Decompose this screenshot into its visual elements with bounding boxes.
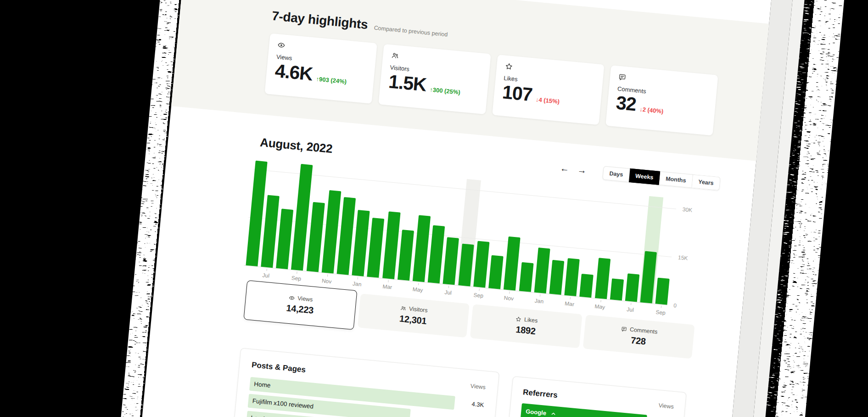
chart-bar[interactable] [382, 211, 400, 279]
summary-box-visitors[interactable]: Visitors 12,301 [357, 293, 469, 338]
chart-bar[interactable] [610, 278, 624, 301]
card-value: 32 [615, 93, 637, 114]
chart-bar[interactable] [321, 190, 341, 273]
chart-bar[interactable] [336, 197, 356, 275]
x-axis-tick-label: Jul [438, 288, 459, 297]
granularity-years-button[interactable]: Years [692, 175, 721, 191]
card-delta: ↓4 (15%) [535, 96, 560, 105]
summary-value: 12,301 [399, 313, 427, 326]
hover-period-band [457, 179, 481, 287]
chart-bar[interactable] [580, 274, 594, 298]
x-axis-tick-label: Sep [468, 291, 489, 299]
summary-label: Visitors [409, 305, 428, 314]
referrer-views-value: 6.2K [646, 415, 673, 417]
comment-icon [621, 326, 627, 332]
rotated-page-stack: 7-day highlights Compared to previous pe… [126, 0, 868, 417]
x-axis-tick [266, 269, 267, 271]
chart-bar[interactable] [367, 218, 385, 278]
star-icon [504, 62, 513, 71]
x-axis-tick [631, 303, 631, 305]
eye-icon [289, 294, 295, 301]
period-nav: ← → [560, 163, 587, 176]
comment-icon [618, 73, 627, 82]
next-period-button[interactable]: → [577, 164, 587, 176]
x-axis-tick-label: Jul [256, 271, 276, 280]
summary-box-views[interactable]: Views 14,223 [243, 280, 357, 330]
x-axis-tick-label: May [589, 303, 610, 311]
card-delta: ↑300 (25%) [430, 86, 461, 96]
chart-bar[interactable] [352, 210, 370, 276]
chart-bar[interactable] [261, 195, 280, 268]
summary-value: 728 [630, 335, 646, 347]
chart-bar[interactable] [504, 236, 521, 290]
granularity-months-button[interactable]: Months [659, 171, 693, 188]
y-axis-tick-label: 15K [678, 254, 689, 261]
summary-label: Likes [524, 316, 538, 324]
x-axis-tick-label: Mar [377, 283, 398, 291]
x-axis-tick [418, 283, 419, 285]
card-value: 107 [502, 82, 533, 105]
post-title: Land of fire and ice [251, 414, 304, 417]
x-axis-tick-label: Sep [650, 308, 671, 316]
chart-bar[interactable] [534, 248, 550, 293]
post-views-value: 4.3K [454, 396, 485, 412]
chevron-up-icon [550, 410, 556, 417]
summary-box-likes[interactable]: Likes 1892 [470, 304, 582, 348]
x-axis-tick [388, 280, 388, 282]
referrer-name: Google [526, 407, 547, 416]
highlight-card-visitors[interactable]: Visitors 1.5K ↑300 (25%) [378, 44, 491, 114]
chart-bar[interactable] [443, 237, 459, 285]
chart-bar[interactable] [640, 251, 657, 303]
highlight-card-views[interactable]: Views 4.6K ↑903 (24%) [264, 33, 377, 103]
granularity-weeks-button[interactable]: Weeks [629, 169, 661, 185]
granularity-toggle: DaysWeeksMonthsYears [602, 166, 721, 191]
chart-bar[interactable] [246, 161, 267, 266]
chart-bar[interactable] [549, 260, 564, 295]
granularity-days-button[interactable]: Days [602, 166, 630, 182]
chart-bar[interactable] [488, 255, 504, 289]
x-axis-tick-label: Nov [498, 294, 519, 302]
chart-bar[interactable] [306, 202, 325, 272]
highlight-card-likes[interactable]: Likes 107 ↓4 (15%) [492, 55, 605, 125]
x-axis-tick-label: Sep [286, 274, 307, 282]
summary-label: Views [297, 295, 313, 303]
x-axis-tick [600, 300, 601, 302]
chart-bar[interactable] [413, 215, 431, 282]
prev-period-button[interactable]: ← [560, 163, 570, 175]
chart-bar[interactable] [625, 273, 640, 302]
x-axis-tick-label: Jan [347, 280, 367, 288]
posts-pages-card: Posts & Pages Views Home 4.3KFujifilm x1… [222, 348, 500, 417]
chart-bar[interactable] [519, 262, 533, 292]
x-axis-tick-label: Jan [529, 297, 549, 305]
chart-bar[interactable] [398, 230, 414, 281]
visitors-icon [391, 51, 399, 60]
x-axis-tick-label: Nov [316, 277, 337, 285]
summary-box-comments[interactable]: Comments 728 [582, 315, 694, 359]
x-axis-tick [540, 294, 540, 297]
post-title: Fujifilm x100 reviewed [252, 397, 314, 410]
period-heading: August, 2022 [259, 135, 333, 156]
chart-bar[interactable] [276, 208, 293, 269]
card-delta: ↓2 (40%) [639, 106, 664, 115]
chart-bar[interactable] [564, 258, 579, 296]
chart-bar[interactable] [595, 258, 610, 299]
x-axis-tick-label: Mar [559, 300, 580, 308]
x-axis-tick-label: May [408, 286, 428, 294]
chart-bar[interactable] [655, 277, 670, 305]
summary-value: 14,223 [286, 303, 314, 316]
chart-bar[interactable] [473, 241, 489, 288]
highlight-card-comments[interactable]: Comments 32 ↓2 (40%) [605, 65, 718, 135]
x-axis-tick [327, 274, 328, 276]
selected-period-band [639, 196, 663, 304]
x-axis-tick [509, 292, 510, 294]
summary-value: 1892 [515, 324, 536, 337]
visitors-icon [400, 305, 406, 311]
chart-bar[interactable] [458, 243, 474, 286]
chart-bar[interactable] [291, 163, 313, 270]
views-column-header: Views [456, 382, 486, 391]
chart-summary-boxes: Views 14,223 Visitors 12,301 Likes 1892 … [243, 280, 695, 361]
x-axis-tick [358, 277, 358, 280]
x-axis-tick [570, 297, 571, 299]
chart-bar[interactable] [428, 225, 445, 283]
dashboard-page: 7-day highlights Compared to previous pe… [130, 0, 775, 417]
